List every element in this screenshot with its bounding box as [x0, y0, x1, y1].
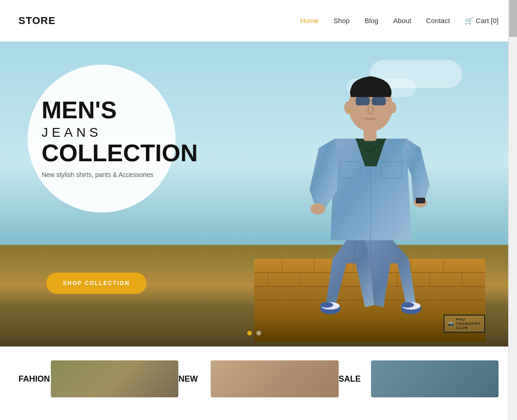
watermark-text: PHOTOGRAPHYCLUB: [456, 317, 481, 330]
bottom-card-sale: SALE: [339, 360, 499, 397]
bottom-img-new: [211, 360, 338, 397]
svg-point-24: [401, 302, 414, 308]
bottom-label-new: NEW: [178, 374, 211, 384]
bottom-img-sale: [371, 360, 499, 397]
scrollbar-thumb[interactable]: [509, 0, 517, 37]
scrollbar[interactable]: [508, 0, 517, 397]
bottom-img-fashion: [51, 360, 178, 397]
nav-contact[interactable]: Contact: [426, 17, 450, 24]
cart-icon: 🛒: [465, 17, 474, 25]
nav-shop[interactable]: Shop: [334, 17, 350, 24]
watermark: 📷 PHOTOGRAPHYCLUB: [444, 315, 485, 333]
nav-home[interactable]: Home: [300, 17, 319, 24]
logo: STORE: [18, 15, 55, 27]
header: STORE Home Shop Blog About Contact 🛒 Car…: [0, 0, 517, 42]
hero-text: MEN'S JEANS COLLECTION New stylish shirt…: [42, 97, 198, 178]
watermark-icon: 📷: [448, 321, 454, 326]
bottom-card-fashion: FAHION: [18, 360, 178, 397]
svg-rect-31: [417, 199, 424, 202]
carousel-dots: [247, 331, 261, 335]
carousel-dot-1[interactable]: [247, 331, 252, 335]
hero-heading-jeans: JEANS: [42, 125, 198, 140]
svg-point-28: [310, 203, 325, 214]
svg-point-39: [344, 101, 353, 114]
bottom-label-fashion: FAHION: [18, 374, 51, 384]
hero-subtitle: New stylish shirts, pants & Accessories: [42, 171, 198, 178]
bottom-card-new: NEW: [178, 360, 338, 397]
shop-collection-button[interactable]: SHOP COLLECTION: [46, 273, 146, 294]
hero-heading-collection: COLLECTION: [42, 140, 198, 166]
bottom-label-sale: SALE: [339, 374, 371, 384]
bottom-section: FAHION NEW SALE: [0, 347, 517, 397]
hero-section: MEN'S JEANS COLLECTION New stylish shirt…: [0, 42, 508, 347]
svg-point-41: [348, 110, 350, 112]
svg-point-21: [320, 302, 333, 308]
hero-heading-mens: MEN'S: [42, 97, 198, 123]
nav-about[interactable]: About: [393, 17, 411, 24]
svg-rect-35: [372, 97, 386, 105]
nav-blog[interactable]: Blog: [365, 17, 378, 24]
cart-label: Cart [0]: [476, 17, 499, 24]
svg-rect-34: [356, 97, 370, 105]
hero-person: [254, 46, 485, 342]
cart-link[interactable]: 🛒 Cart [0]: [465, 17, 499, 25]
navigation: Home Shop Blog About Contact 🛒 Cart [0]: [300, 17, 499, 25]
svg-point-40: [389, 102, 396, 113]
carousel-dot-2[interactable]: [256, 331, 261, 335]
